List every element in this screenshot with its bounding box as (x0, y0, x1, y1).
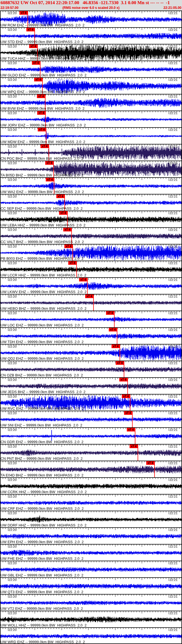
trace-row: 22:20 22:21 xT 4 UW LKWV EHZ -- 99999.0k… (0, 277, 182, 294)
pick-flag[interactable]: xT 4 (37, 94, 45, 98)
trace-row: 22:20 22:21 UW WRD EHZ -- 99999.0km BW H… (0, 627, 182, 644)
minute-label-right: 22:21 (170, 311, 178, 315)
minute-label-right: 22:21 (170, 11, 178, 15)
minute-label-left: 22:20 (9, 478, 17, 481)
trace-row: 22:20 22:21 xT 4 UW RVC EHZ -- 99999.0km… (0, 394, 182, 411)
minute-label-left: 22:20 (9, 445, 17, 448)
trace-row: 22:20 22:21 UW GBL EHZ -- 99999.0km BW H… (0, 561, 182, 577)
minute-label-left: 22:20 (9, 495, 17, 498)
pick-flag[interactable]: xT 4 (63, 228, 72, 231)
minute-label-left: 22:20 (9, 145, 17, 148)
pick-flag[interactable]: xT 4 (85, 294, 93, 298)
minute-label-right: 22:21 (170, 561, 178, 565)
pick-flag[interactable]: xT 4 (34, 78, 42, 81)
station-label: UW WRD EHZ -- 99999.0km BW HIGHPASS 2.0 … (1, 640, 85, 644)
trace-row: 22:20 22:21 UW VT2 EHZ -- 99999.0km BW H… (0, 594, 182, 611)
minute-label-right: 22:21 (170, 578, 178, 581)
pick-flag[interactable]: xT 4 (38, 128, 46, 131)
minute-label-left: 22:20 (9, 28, 17, 31)
minute-label-left: 22:20 (9, 228, 17, 231)
pick-flag[interactable]: xT 4 (109, 328, 117, 331)
minute-label-right: 22:21 (170, 211, 178, 215)
station-label: UW QD2 EHZ -- 99999.0km BW HIGHPASS 2.0 … (1, 356, 84, 361)
minute-label-right: 22:21 (170, 411, 178, 415)
pick-flag[interactable]: xT 4 (19, 11, 28, 15)
pick-flag[interactable]: xT 4 (127, 428, 135, 431)
pick-flag[interactable]: xT 4 (37, 111, 46, 115)
pick-flag[interactable]: xT 4 (41, 144, 49, 148)
station-label: UW WPQ EHZ -- 99999.0km BW HIGHPASS 2.0 … (1, 90, 85, 94)
minute-label-right: 22:21 (170, 628, 178, 631)
trace-row: 22:20 22:21 xT 4 UW TDH EHZ -- 99999.0km… (0, 327, 182, 344)
trace-row: 22:20 22:21 xT 4 CN PNT BHZ -- 99999.0km… (0, 444, 182, 461)
rms-scaling-note: (RMS noise over 6.0 s scaled 20.0 x) (0, 6, 182, 10)
station-label: UW JORV EHZ -- 99999.0km BW HIGHPASS 2.0… (1, 123, 86, 127)
minute-label-left: 22:20 (9, 261, 17, 265)
minute-label-left: 22:20 (9, 78, 17, 81)
pick-flag[interactable]: xT 4 (116, 361, 124, 365)
trace-row: 22:20 22:21 xT 4 TA B05D BHZ -- 99999.0k… (0, 161, 182, 177)
pick-flag[interactable]: xT 4 (112, 345, 120, 348)
minute-label-left: 22:20 (9, 311, 17, 315)
minute-label-left: 22:20 (9, 11, 17, 15)
minute-label-left: 22:20 (9, 578, 17, 581)
station-label: UW BVW EHZ -- 99999.0km BW HIGHPASS 2.0 … (1, 106, 84, 111)
station-label: UW SNI EHZ -- 99999.0km BW HIGHPASS 2.0 … (1, 423, 82, 427)
minute-label-left: 22:20 (9, 211, 17, 215)
pick-flag[interactable]: xT 4 (122, 395, 130, 398)
station-label: UW WA2 EHZ -- 99999.0km BW HIGHPASS 2.0 … (1, 190, 84, 194)
minute-label-right: 22:21 (170, 261, 178, 265)
pick-flag[interactable]: xT 4 (45, 161, 54, 165)
minute-label-right: 22:21 (170, 361, 178, 365)
station-label: UW LOC EHZ -- 99999.0km BW HIGHPASS 2.0 … (1, 323, 84, 327)
minute-label-right: 22:21 (170, 195, 178, 198)
pick-flag[interactable]: xT 4 (146, 461, 155, 465)
minute-label-right: 22:21 (170, 95, 178, 98)
station-label: CN OZB BHZ -- 99999.0km BW HIGHPASS 2.0 … (1, 373, 83, 377)
trace-row: 22:20 22:21 UW EPH EHZ -- 99999.0km BW H… (0, 527, 182, 544)
pick-flag[interactable]: xT 4 (68, 261, 77, 265)
minute-label-right: 22:21 (170, 478, 178, 481)
minute-label-right: 22:21 (170, 495, 178, 498)
minute-label-right: 22:21 (170, 61, 178, 65)
minute-label-right: 22:21 (170, 595, 178, 598)
minute-label-left: 22:20 (9, 128, 17, 131)
minute-label-right: 22:21 (170, 128, 178, 131)
station-label: UW STD EHZ -- 99999.0km BW HIGHPASS 2.0 … (1, 40, 84, 44)
trace-row: 22:20 22:21 xT 4 UW BVW EHZ -- 99999.0km… (0, 94, 182, 111)
station-label: CC VALT BHZ -- 99999.0km BW HIGHPASS 2.0… (1, 240, 84, 244)
station-label: UW TUCA HHZ -- 99999.0km BW HIGHPASS 2.0… (1, 56, 86, 61)
minute-label-right: 22:21 (170, 78, 178, 81)
minute-label-right: 22:21 (170, 395, 178, 398)
pick-flag[interactable]: xT 4 (29, 44, 37, 48)
station-label: UW HEBO BHZ -- 99999.0km BW HIGHPASS 2.0… (1, 306, 87, 311)
pick-flag[interactable]: xT 4 (106, 311, 114, 315)
minute-label-right: 22:21 (170, 228, 178, 231)
pick-flag[interactable]: xT 4 (26, 28, 35, 31)
pick-flag[interactable]: xT 4 (59, 211, 67, 215)
minute-label-right: 22:21 (170, 278, 178, 281)
pick-flag[interactable]: xT 4 (79, 278, 87, 281)
pick-flag[interactable]: xT 4 (32, 61, 40, 65)
pick-flag[interactable]: xT 4 (119, 378, 128, 381)
trace-row: 22:20 22:21 xT 4 CN GDR EHZ -- 99999.0km… (0, 427, 182, 444)
minute-label-left: 22:20 (9, 378, 17, 381)
pick-flag[interactable]: xT 4 (64, 244, 73, 248)
station-label: CC SEP EHZ -- 99999.0km BW HIGHPASS 2.0 … (1, 206, 83, 211)
minute-label-right: 22:21 (170, 445, 178, 448)
minute-label-left: 22:20 (9, 411, 17, 415)
minute-label-right: 22:21 (170, 111, 178, 115)
pick-flag[interactable]: xT 4 (130, 445, 138, 448)
minute-label-left: 22:20 (9, 278, 17, 281)
pick-flag[interactable]: xT 4 (56, 194, 65, 198)
trace-row: 22:20 22:21 xT 4 CN OZB BHZ -- 99999.0km… (0, 361, 182, 377)
minute-label-left: 22:20 (9, 328, 17, 331)
station-label: UW LCCR HHZ -- 99999.0km BW HIGHPASS 2.0… (1, 273, 86, 277)
minute-label-right: 22:21 (170, 161, 178, 165)
pick-flag[interactable]: xT 4 (124, 411, 132, 415)
minute-label-left: 22:20 (9, 595, 17, 598)
pick-flag[interactable]: xT 4 (46, 178, 54, 181)
minute-label-left: 22:20 (9, 195, 17, 198)
minute-label-right: 22:21 (170, 528, 178, 531)
station-label: UW VT2 EHZ -- 99999.0km BW HIGHPASS 2.0 … (1, 606, 83, 611)
